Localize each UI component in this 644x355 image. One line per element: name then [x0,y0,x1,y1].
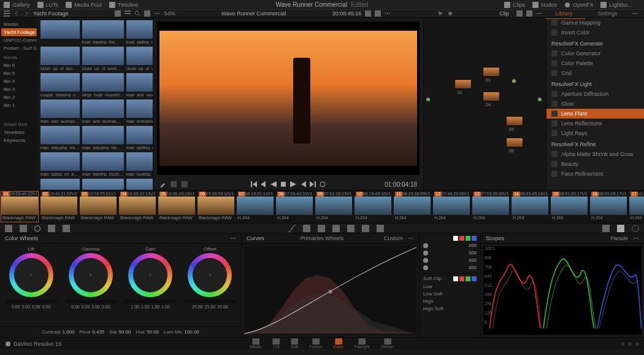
more-wheels-icon[interactable] [230,235,236,241]
timeline-clip[interactable]: 0807:56:42:22V1H.264 [276,192,313,222]
node[interactable]: 05 [506,116,523,126]
timeline-clip[interactable]: 0120:08:46:10V1Blackmagic RAW [1,192,38,222]
node[interactable]: 06 [506,138,523,147]
color-wheel-gain[interactable]: Gain+1.001.001.001.00 [122,246,179,324]
list-view-icon[interactable] [125,10,131,17]
more-lib-icon[interactable] [632,10,638,17]
timeline-clip[interactable]: 0319:39:55:01V1Blackmagic RAW [80,192,117,222]
stop-button[interactable] [280,181,286,187]
tool-tracking-icon[interactable] [63,225,70,232]
expand-icon[interactable] [375,10,381,17]
tree-bin[interactable]: Bin 6 [1,61,37,69]
pointer-icon[interactable] [437,10,443,17]
prev-frame-button[interactable] [261,181,267,187]
search-icon[interactable] [134,10,140,17]
library-item-selected[interactable]: Lens Flare [546,109,644,119]
next-frame-button[interactable] [300,181,306,187]
more-viewer-icon[interactable] [385,10,391,17]
library-item[interactable]: Color Palette [546,58,644,68]
library-item[interactable]: Lens Reflections [546,119,644,128]
media-thumbnail[interactable]: man_leaning_clock… [82,152,124,176]
media-pool-tab[interactable]: Media Pool [66,2,102,8]
more-scopes-icon[interactable] [633,235,639,241]
viewer-timecode[interactable]: 20:08:45:16 [332,10,362,17]
thumb-view-icon[interactable] [115,10,121,17]
clip-timeline[interactable]: 0120:08:46:10V1Blackmagic RAW0219:43:21:… [0,190,644,223]
library-item[interactable]: Light Rays [546,128,644,138]
scopes-mode[interactable]: Parade [610,235,628,241]
media-thumbnail[interactable]: boat_leaving_the… [82,20,124,44]
timeline-clip[interactable]: 0518:36:29:18V1Blackmagic RAW [158,192,195,222]
reset-icon[interactable] [526,10,532,17]
timeline-clip[interactable]: 1408:43:45:14V1H.264 [512,192,548,222]
media-thumbnail[interactable]: couple_relaxing_o… [40,73,80,97]
viewer-frame[interactable] [157,21,420,175]
chevron-left-icon[interactable] [13,10,20,17]
tool-blur-icon[interactable] [332,225,340,232]
timeline-clip[interactable]: 1508:51:05:17V1H.264 [551,192,588,222]
softclip-swatches[interactable] [453,276,477,281]
node-mode[interactable]: Clip [499,10,509,17]
library-item[interactable]: Beauty [546,159,644,169]
page-cut[interactable]: Cut [272,338,280,349]
wheels-mode[interactable]: Primaries Wheels [301,235,344,241]
settings-tab[interactable]: Settings [586,9,629,19]
library-item[interactable]: Glow [546,99,644,109]
node[interactable]: 01 [454,79,472,89]
media-thumbnail[interactable]: man_embarking_… [126,99,153,123]
media-thumbnail[interactable]: man_sailing_in_th… [126,179,153,190]
page-deliver[interactable]: Deliver [381,338,394,349]
tree-smart-item[interactable]: Keywords [1,136,37,144]
media-thumbnail[interactable] [40,20,80,44]
color-wheel-lift[interactable]: Lift+0.000.000.000.00 [2,246,59,324]
play-button[interactable] [290,181,296,187]
tree-bin[interactable]: Bin 3 [1,85,37,93]
tree-smart-item[interactable]: Timelines [1,128,37,136]
page-fairlight[interactable]: Fairlight [355,338,370,349]
library-item[interactable]: Color Generator [546,49,644,58]
media-thumbnail[interactable]: close_up_of_wo… [126,47,153,71]
more-node-icon[interactable] [536,10,542,17]
tool-sizing-icon[interactable] [362,225,369,232]
timeline-clip[interactable]: 1712:30:18:24V1H.264 [629,192,644,222]
graph-output-dot[interactable] [538,98,542,101]
chevron-right-icon[interactable] [23,10,29,17]
timeline-clip[interactable]: 0907:52:10:23V1H.264 [315,192,352,222]
curves-editor[interactable] [244,246,416,335]
timeline-clip[interactable]: 1307:53:26:08V1H.264 [472,192,509,222]
curves-mode[interactable]: Custom [384,235,403,241]
tool-info-icon[interactable] [632,225,639,232]
openfx-tab[interactable]: OpenFX [564,2,594,8]
grid-icon-r[interactable] [516,10,523,17]
graph-input-dot[interactable] [426,98,430,101]
loop-icon[interactable] [365,10,371,17]
tree-bin[interactable]: Bin 2 [1,93,37,101]
media-thumbnail[interactable]: man_enjoying_his… [40,126,80,150]
nodes-tab[interactable]: Nodes [532,2,557,8]
node[interactable]: 04 [483,92,500,101]
media-thumbnail[interactable]: man_and_woman… [40,99,80,123]
tool-adjust-icon[interactable] [5,225,12,232]
split-icon[interactable] [171,181,177,187]
last-frame-button[interactable] [310,181,316,187]
media-thumbnail[interactable]: large_boat_moored… [82,73,124,97]
tool-keyframe-icon[interactable] [602,225,610,232]
timeline-clip[interactable]: 0418:00:22:13V1Blackmagic RAW [119,192,156,222]
first-frame-button[interactable] [251,181,257,187]
tree-bin[interactable]: Bin 1 [1,101,37,109]
media-thumbnail[interactable]: man_going_on_a… [40,152,80,176]
page-edit[interactable]: Edit [291,338,298,349]
sort-icon[interactable] [144,10,150,17]
clips-tab[interactable]: Clips [504,2,525,8]
media-thumbnail[interactable]: man_pulling_up_s… [82,179,124,190]
media-thumbnail[interactable]: man_getting_read… [126,126,153,150]
picker-icon[interactable] [159,181,166,187]
media-thumbnail[interactable]: man_looking_at_t… [126,152,153,176]
loop-button[interactable] [320,181,326,187]
timeline-clip[interactable]: 1008:10:43:10V1H.264 [355,192,391,222]
tree-bin[interactable]: Bin 4 [1,77,37,85]
reverse-button[interactable] [270,181,277,187]
tool-mask-icon[interactable] [318,225,325,232]
tree-bin[interactable]: Bin 5 [1,69,37,77]
media-thumbnail[interactable]: boat_sailing_on_t… [126,20,153,44]
